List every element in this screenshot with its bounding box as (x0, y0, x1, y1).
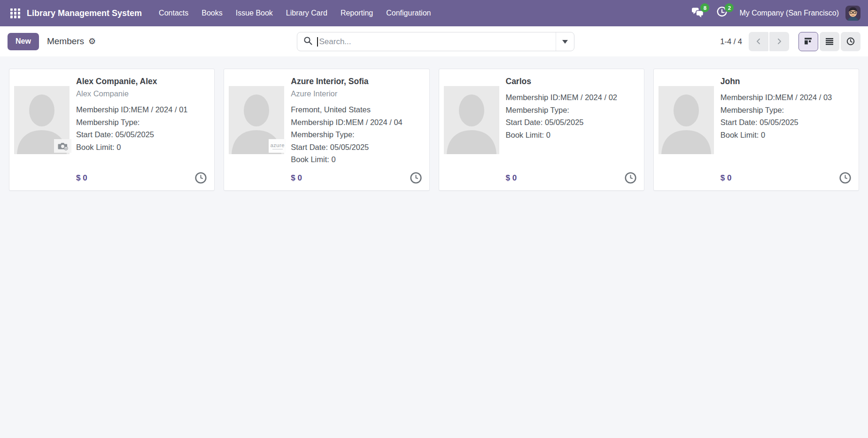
member-card[interactable]: Carlos Membership ID:MEM / 2024 / 02 Mem… (439, 69, 644, 191)
member-card-footer: $ 0 (439, 172, 644, 184)
chevron-down-icon (562, 40, 568, 44)
member-card-footer: $ 0 (9, 172, 214, 184)
pager-range: 1-4 / 4 (720, 37, 742, 46)
messages-button[interactable]: 8 (689, 4, 706, 22)
amount-due-link[interactable]: $ 0 (291, 173, 302, 183)
member-card-body: Carlos Membership ID:MEM / 2024 / 02 Mem… (499, 74, 638, 186)
list-view-button[interactable] (820, 32, 839, 51)
search-icon (297, 36, 313, 47)
start-date: Start Date: 05/05/2025 (506, 116, 638, 129)
kanban-icon (804, 37, 813, 46)
kanban-view: Alex Companie, Alex Alex Companie Member… (0, 56, 868, 438)
book-limit: Book Limit: 0 (76, 141, 209, 154)
kanban-row: Alex Companie, Alex Alex Companie Member… (9, 69, 859, 191)
chevron-right-icon (775, 38, 783, 45)
amount-due-link[interactable]: $ 0 (721, 173, 732, 183)
start-date: Start Date: 05/05/2025 (291, 141, 423, 154)
gear-icon[interactable]: ⚙ (88, 37, 96, 46)
membership-type: Membership Type: (76, 116, 209, 129)
breadcrumb: Members (47, 36, 84, 47)
member-card[interactable]: Alex Companie, Alex Alex Companie Member… (9, 69, 215, 191)
member-card[interactable]: John Membership ID:MEM / 2024 / 03 Membe… (653, 69, 859, 191)
member-card-body: John Membership ID:MEM / 2024 / 03 Membe… (714, 74, 853, 186)
menu-item-contacts[interactable]: Contacts (152, 0, 195, 26)
azure-logo-text: azure (271, 143, 285, 148)
member-name: Alex Companie, Alex (76, 76, 209, 87)
membership-id: Membership ID:MEM / 2024 / 02 (506, 91, 638, 104)
main-menu: Contacts Books Issue Book Library Card R… (152, 0, 437, 26)
activity-clock-icon[interactable] (194, 172, 207, 184)
book-limit: Book Limit: 0 (721, 129, 853, 141)
activity-clock-icon[interactable] (839, 172, 852, 184)
list-icon (825, 37, 834, 46)
menu-item-reporting[interactable]: Reporting (334, 0, 380, 26)
search-options-toggle[interactable] (556, 32, 574, 51)
kanban-view-button[interactable] (798, 32, 818, 51)
member-card[interactable]: azure Azure Interior, Sofia Azure Interi… (224, 69, 429, 191)
apps-grid-icon[interactable] (10, 8, 20, 18)
member-photo-placeholder (444, 86, 499, 154)
menu-item-configuration[interactable]: Configuration (380, 0, 437, 26)
view-switcher (798, 32, 860, 51)
start-date: Start Date: 05/05/2025 (721, 116, 853, 129)
pager-previous-button[interactable] (749, 32, 768, 51)
activities-count-badge: 2 (725, 3, 734, 12)
control-panel-right: 1-4 / 4 (720, 32, 860, 51)
amount-due-link[interactable]: $ 0 (506, 173, 517, 183)
member-photo-placeholder (14, 86, 70, 154)
member-fields: Fremont, United States Membership ID:MEM… (291, 103, 423, 166)
member-fields: Membership ID:MEM / 2024 / 01 Membership… (76, 103, 209, 153)
amount-due-link[interactable]: $ 0 (76, 173, 87, 183)
membership-id: Membership ID:MEM / 2024 / 01 (76, 103, 209, 116)
member-name: Azure Interior, Sofia (291, 76, 423, 87)
member-photo-placeholder: azure (229, 86, 284, 154)
azure-logo-underline (272, 149, 283, 149)
top-navbar: Library Management System Contacts Books… (0, 0, 868, 26)
navbar-systray: 8 2 My Company (San Francisco) (689, 4, 860, 22)
member-name: Carlos (506, 76, 638, 87)
activities-button[interactable]: 2 (713, 4, 731, 22)
company-switcher[interactable]: My Company (San Francisco) (739, 9, 839, 17)
membership-id: Membership ID:MEM / 2024 / 03 (721, 91, 853, 104)
menu-item-library-card[interactable]: Library Card (279, 0, 334, 26)
clock-icon (846, 37, 855, 46)
camera-plus-icon[interactable] (54, 139, 71, 153)
menu-item-books[interactable]: Books (195, 0, 229, 26)
member-company: Alex Companie (76, 88, 209, 99)
search-input[interactable] (318, 32, 556, 51)
member-fields: Membership ID:MEM / 2024 / 03 Membership… (721, 91, 853, 141)
membership-id: Membership ID:MEM / 2024 / 04 (291, 116, 423, 129)
member-company: Azure Interior (291, 88, 423, 99)
search-bar (297, 32, 574, 51)
membership-type: Membership Type: (506, 104, 638, 117)
start-date: Start Date: 05/05/2025 (76, 128, 209, 141)
membership-type: Membership Type: (721, 104, 853, 117)
member-fields: Membership ID:MEM / 2024 / 02 Membership… (506, 91, 638, 141)
messages-count-badge: 8 (700, 3, 709, 12)
member-card-body: Alex Companie, Alex Alex Companie Member… (70, 74, 209, 186)
activity-clock-icon[interactable] (624, 172, 637, 184)
activity-view-button[interactable] (841, 32, 860, 51)
app-title[interactable]: Library Management System (27, 8, 142, 18)
member-card-footer: $ 0 (654, 172, 859, 184)
menu-item-issue-book[interactable]: Issue Book (229, 0, 279, 26)
control-panel: New Members ⚙ 1-4 / 4 (0, 26, 868, 56)
member-photo-placeholder (659, 86, 714, 154)
membership-type: Membership Type: (291, 128, 423, 141)
new-button[interactable]: New (8, 33, 39, 50)
member-card-footer: $ 0 (224, 172, 429, 184)
chevron-left-icon (755, 38, 762, 45)
member-card-body: Azure Interior, Sofia Azure Interior Fre… (284, 74, 423, 186)
activity-clock-icon[interactable] (410, 172, 422, 184)
book-limit: Book Limit: 0 (291, 153, 423, 166)
member-location: Fremont, United States (291, 103, 423, 116)
book-limit: Book Limit: 0 (506, 129, 638, 141)
member-name: John (721, 76, 853, 87)
pager-next-button[interactable] (769, 32, 789, 51)
user-avatar[interactable] (845, 6, 860, 21)
pager (749, 32, 789, 51)
azure-logo-badge: azure (269, 139, 286, 153)
